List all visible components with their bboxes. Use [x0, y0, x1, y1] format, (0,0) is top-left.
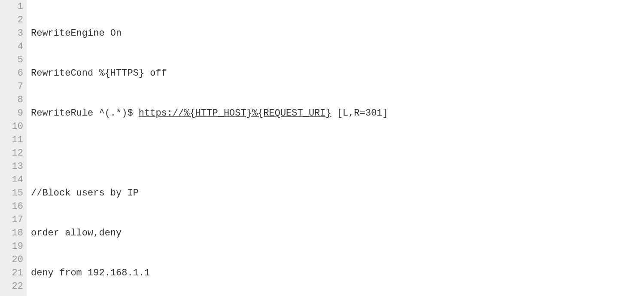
line-number: 7: [3, 80, 23, 93]
line-number: 2: [3, 13, 23, 27]
code-line: [31, 146, 644, 160]
line-number: 10: [3, 120, 23, 133]
code-text: [L,R=301]: [331, 108, 388, 119]
line-number: 9: [3, 107, 23, 120]
line-number: 11: [3, 133, 23, 146]
line-number: 20: [3, 253, 23, 266]
code-line: RewriteEngine On: [31, 27, 644, 40]
line-number: 21: [3, 266, 23, 280]
code-block: 1 2 3 4 5 6 7 8 9 10 11 12 13 14 15 16 1…: [0, 0, 644, 296]
line-number-gutter: 1 2 3 4 5 6 7 8 9 10 11 12 13 14 15 16 1…: [0, 0, 27, 296]
code-line: //Block users by IP: [31, 186, 644, 200]
line-number: 13: [3, 160, 23, 173]
line-number: 18: [3, 226, 23, 240]
line-number: 16: [3, 200, 23, 213]
line-number: 3: [3, 27, 23, 40]
line-number: 6: [3, 67, 23, 80]
line-number: 14: [3, 173, 23, 186]
line-number: 22: [3, 280, 23, 293]
code-content[interactable]: RewriteEngine On RewriteCond %{HTTPS} of…: [27, 0, 644, 296]
line-number: 1: [3, 0, 23, 13]
code-url: https://%{HTTP_HOST}%{REQUEST_URI}: [139, 108, 331, 119]
line-number: 4: [3, 40, 23, 53]
code-text: RewriteRule ^(.*)$: [31, 108, 139, 119]
code-line: RewriteRule ^(.*)$ https://%{HTTP_HOST}%…: [31, 107, 644, 120]
code-line: deny from 192.168.1.1: [31, 266, 644, 280]
line-number: 8: [3, 93, 23, 107]
code-line: RewriteCond %{HTTPS} off: [31, 67, 644, 80]
line-number: 12: [3, 146, 23, 160]
code-line: order allow,deny: [31, 226, 644, 240]
line-number: 15: [3, 186, 23, 200]
line-number: 5: [3, 53, 23, 67]
line-number: 17: [3, 213, 23, 226]
line-number: 19: [3, 240, 23, 253]
